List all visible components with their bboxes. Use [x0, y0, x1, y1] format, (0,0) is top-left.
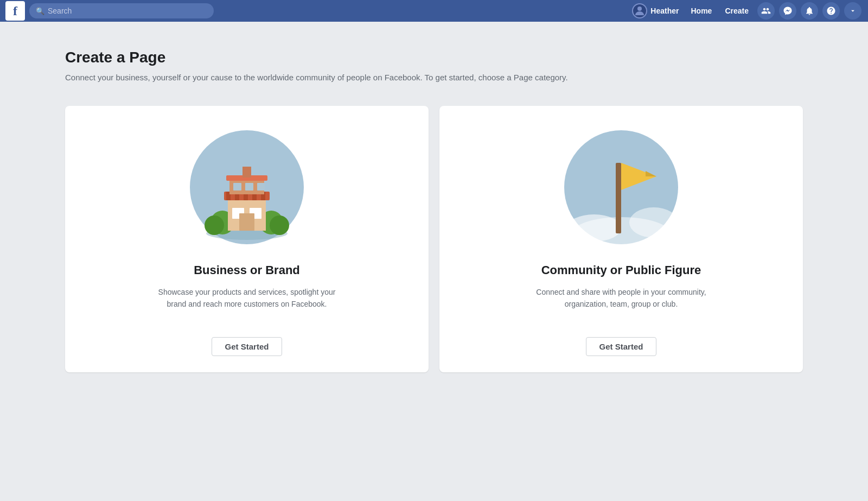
community-card-title: Community or Public Figure [541, 263, 701, 277]
user-profile-link[interactable]: Heather [628, 1, 683, 21]
svg-point-0 [637, 7, 642, 11]
svg-point-6 [270, 215, 289, 235]
dropdown-icon-btn[interactable] [844, 2, 861, 20]
facebook-logo[interactable]: f [5, 1, 25, 21]
search-input[interactable] [48, 7, 207, 15]
navbar: f 🔍 Heather Home Create [0, 0, 868, 22]
svg-rect-22 [242, 167, 251, 177]
page-title: Create a Page [65, 49, 803, 66]
community-card: Community or Public Figure Connect and s… [439, 106, 803, 373]
nav-create[interactable]: Create [719, 4, 754, 17]
notifications-icon-btn[interactable] [801, 2, 818, 20]
avatar [632, 3, 647, 18]
navbar-right: Heather Home Create [628, 1, 863, 21]
svg-rect-19 [245, 183, 253, 191]
svg-point-4 [205, 215, 224, 235]
page-subtitle: Connect your business, yourself or your … [65, 72, 803, 84]
community-card-description: Connect and share with people in your co… [529, 286, 713, 310]
help-icon-btn[interactable] [822, 2, 840, 20]
nav-home[interactable]: Home [686, 4, 718, 17]
main-content: Create a Page Connect your business, you… [54, 0, 814, 394]
community-illustration [561, 128, 681, 247]
svg-point-25 [567, 214, 621, 242]
community-get-started-button[interactable]: Get Started [586, 337, 657, 356]
page-header: Create a Page Connect your business, you… [65, 33, 803, 95]
business-card-title: Business or Brand [194, 263, 300, 277]
cards-container: Business or Brand Showcase your products… [65, 106, 803, 395]
business-get-started-button[interactable]: Get Started [212, 337, 283, 356]
search-icon: 🔍 [36, 7, 44, 15]
svg-rect-20 [257, 183, 265, 191]
logo-letter: f [13, 4, 17, 17]
search-bar[interactable]: 🔍 [29, 3, 214, 18]
svg-rect-27 [616, 163, 621, 233]
svg-point-26 [629, 207, 678, 238]
svg-rect-18 [233, 183, 241, 191]
user-name: Heather [650, 7, 679, 15]
messenger-icon-btn[interactable] [779, 2, 796, 20]
business-illustration [187, 128, 307, 247]
business-brand-card: Business or Brand Showcase your products… [65, 106, 429, 373]
people-icon-btn[interactable] [757, 2, 775, 20]
business-card-description: Showcase your products and services, spo… [155, 286, 339, 310]
svg-rect-10 [239, 213, 254, 231]
